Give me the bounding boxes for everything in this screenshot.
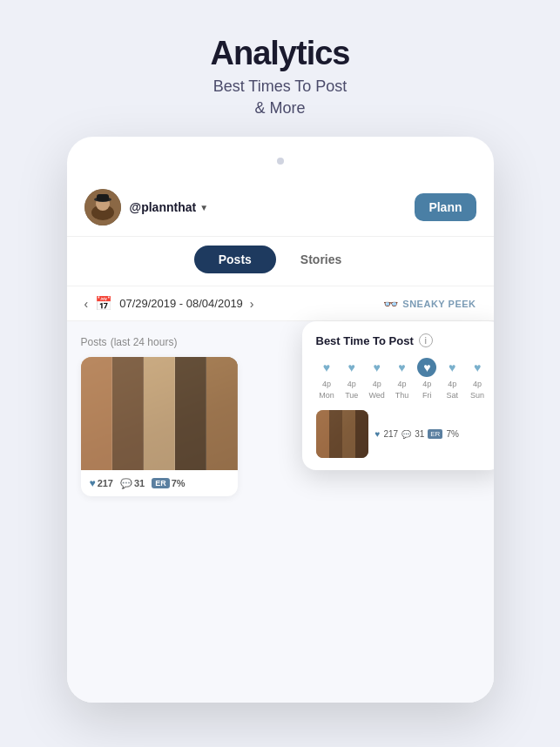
mini-post-stats: ♥217 💬31 ER 7% [375, 429, 459, 439]
time-grid: ♥ 4p Mon ♥ 4p Tue ♥ 4p Wed [316, 358, 489, 400]
glasses-icon: 👓 [383, 297, 399, 311]
plann-button[interactable]: Plann [415, 193, 476, 221]
post-card-1[interactable]: ♥ 217 💬 31 ER 7% [81, 357, 238, 496]
profile-name: @plannthat ▼ [130, 200, 209, 214]
tablet-camera [277, 158, 284, 165]
mini-post-preview: ♥217 💬31 ER 7% [316, 410, 489, 458]
date-row: ‹ 📅 07/29/2019 - 08/04/2019 › 👓 SNEAKY P… [67, 286, 494, 321]
sneaky-peek[interactable]: 👓 SNEAKY PEEK [383, 297, 476, 311]
heart-icon: ♥ [90, 477, 96, 489]
info-icon[interactable]: i [419, 333, 433, 347]
comments-stat: 💬 31 [120, 478, 145, 489]
er-badge: ER [152, 478, 170, 488]
svg-rect-4 [97, 194, 109, 201]
profile-area[interactable]: @plannthat ▼ [84, 189, 209, 225]
main-area: Posts (last 24 hours) ♥ [67, 321, 494, 508]
heart-fri-selected: ♥ [417, 358, 436, 377]
avatar [84, 189, 121, 225]
tab-stories[interactable]: Stories [276, 246, 366, 273]
app-content: @plannthat ▼ Plann Posts Stories ‹ 📅 07/… [67, 178, 494, 703]
time-col-sun: ♥ 4p Sun [467, 358, 489, 400]
next-date-button[interactable]: › [250, 297, 254, 311]
time-col-mon: ♥ 4p Mon [316, 358, 338, 400]
heart-tue: ♥ [342, 358, 361, 377]
heart-wed: ♥ [368, 358, 387, 377]
comment-icon: 💬 [120, 478, 132, 489]
page-header: Analytics Best Times To Post & More [211, 0, 350, 119]
date-nav: ‹ 📅 07/29/2019 - 08/04/2019 › [84, 295, 254, 312]
hanger-visual [81, 357, 238, 470]
page-title: Analytics [211, 35, 350, 72]
time-col-wed: ♥ 4p Wed [366, 358, 388, 400]
mini-post-image [316, 410, 368, 458]
heart-mon: ♥ [317, 358, 336, 377]
date-range-text: 07/29/2019 - 08/04/2019 [119, 297, 243, 310]
tabs-bar: Posts Stories [67, 237, 494, 286]
time-col-tue: ♥ 4p Tue [341, 358, 362, 400]
post-stats-1: ♥ 217 💬 31 ER 7% [81, 470, 238, 496]
calendar-icon: 📅 [95, 295, 112, 312]
best-time-card: Best Time To Post i ♥ 4p Mon ♥ 4p Tue [302, 321, 494, 470]
post-image-1 [81, 357, 238, 470]
time-col-fri: ♥ 4p Fri [416, 358, 438, 400]
heart-thu: ♥ [392, 358, 411, 377]
tablet-frame: @plannthat ▼ Plann Posts Stories ‹ 📅 07/… [67, 137, 494, 703]
time-col-thu: ♥ 4p Thu [391, 358, 413, 400]
heart-sat: ♥ [442, 358, 462, 377]
best-time-header: Best Time To Post i [316, 333, 489, 347]
top-bar: @plannthat ▼ Plann [67, 178, 494, 237]
er-stat: ER 7% [152, 478, 185, 488]
chevron-down-icon: ▼ [199, 203, 208, 212]
tab-posts[interactable]: Posts [194, 246, 276, 273]
heart-sun: ♥ [468, 358, 487, 377]
best-time-title: Best Time To Post [316, 334, 414, 347]
time-col-sat: ♥ 4p Sat [442, 358, 463, 400]
prev-date-button[interactable]: ‹ [84, 297, 89, 311]
likes-stat: ♥ 217 [90, 477, 113, 489]
page-subtitle: Best Times To Post & More [211, 76, 350, 119]
